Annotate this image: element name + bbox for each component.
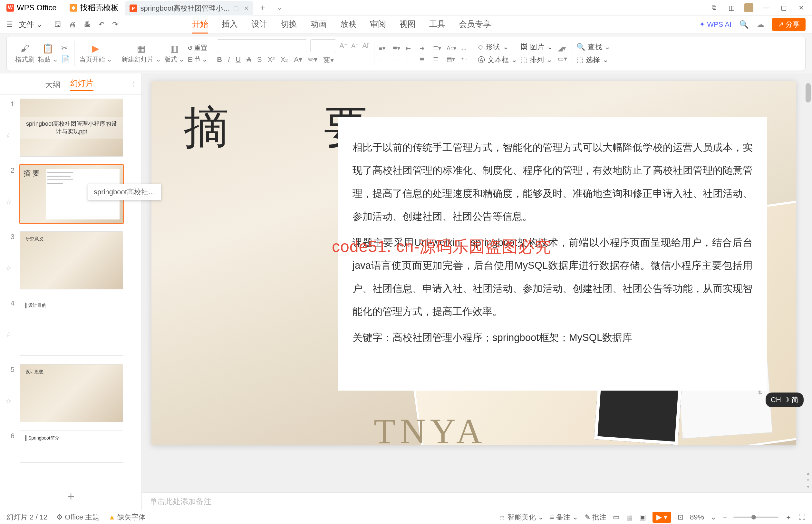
columns-icon[interactable]: ▤▾: [447, 56, 454, 62]
star-icon[interactable]: ☆: [6, 183, 14, 206]
collapse-panel-icon[interactable]: 〈: [129, 80, 135, 89]
subscript-button[interactable]: X₂: [281, 55, 288, 65]
superscript-button[interactable]: X²: [268, 55, 275, 65]
minimize-button[interactable]: —: [762, 3, 771, 12]
clear-format-icon[interactable]: Aͯ: [362, 42, 369, 50]
align-justify-icon[interactable]: ≣: [419, 56, 427, 62]
thumb-preview[interactable]: Springboot简介: [20, 430, 123, 463]
thumb-preview[interactable]: 设计思想: [20, 364, 123, 422]
nav-dots[interactable]: ▲≡▼: [805, 471, 811, 489]
tab-start[interactable]: 开始: [192, 15, 208, 33]
star-icon[interactable]: ☆: [6, 316, 14, 338]
decrease-font-icon[interactable]: A⁻: [351, 42, 359, 50]
notes-toggle[interactable]: ≡ 备注 ⌄: [550, 512, 578, 522]
zoom-out-button[interactable]: −: [723, 513, 727, 521]
convert-icon[interactable]: ⟐▾: [461, 55, 468, 61]
app-tab-wps[interactable]: W WPS Office: [0, 0, 63, 15]
zoom-slider[interactable]: [733, 517, 778, 518]
section-button[interactable]: ⊟节 ⌄: [187, 55, 208, 64]
select-button[interactable]: ⬚选择 ⌄: [577, 55, 610, 65]
ime-indicator[interactable]: CH ☽ 简: [766, 393, 803, 407]
arrange-button[interactable]: ⬚排列 ⌄: [520, 55, 552, 65]
cut-icon[interactable]: ✂: [61, 44, 70, 52]
font-size-select[interactable]: [310, 39, 336, 52]
tab-transition[interactable]: 切换: [281, 15, 297, 33]
print-icon[interactable]: 🖶: [84, 20, 91, 29]
slide-counter[interactable]: 幻灯片 2 / 12: [6, 512, 47, 522]
slide-canvas[interactable]: 采用右板 巴拉粉装、净重 洁净质净 生: 90-94 摘 要 相比于以前的传统手…: [151, 81, 796, 445]
thumbnail-4[interactable]: 4☆ 设计目的: [3, 298, 142, 356]
canvas-scroll[interactable]: ▲≡▼ 采用右板 巴拉粉装、净重 洁净质净 生: 90-94 摘 要 相比于以前…: [142, 73, 812, 492]
font-family-select[interactable]: [217, 39, 307, 52]
export-icon[interactable]: 🖨: [69, 20, 76, 29]
document-tab[interactable]: P springboot高校社团管理小… ▢ ✕: [125, 1, 253, 15]
tab-member[interactable]: 会员专享: [459, 15, 491, 33]
save-icon[interactable]: 🖫: [54, 20, 61, 29]
redo-button[interactable]: ↷: [112, 20, 118, 29]
zoom-in-button[interactable]: ＋: [785, 512, 792, 522]
thumbnail-6[interactable]: 6 Springboot简介: [3, 430, 142, 463]
align-center-icon[interactable]: ≡: [393, 56, 400, 62]
undo-button[interactable]: ↶: [99, 20, 104, 29]
format-painter-button[interactable]: 🖌格式刷: [15, 43, 34, 64]
cloud-upload-icon[interactable]: ☁: [757, 20, 764, 29]
numbering-icon[interactable]: ≣▾: [393, 45, 400, 51]
copy-icon[interactable]: 📄: [61, 55, 70, 64]
thumbnails-list[interactable]: 1☆ springboot高校社团管理小程序的设计与实现ppt 2☆ 摘 要▬▬…: [0, 95, 142, 485]
tab-review[interactable]: 审阅: [370, 15, 386, 33]
play-from-current-button[interactable]: ▶当页开始 ⌄: [79, 43, 113, 64]
paragraph-3[interactable]: 关键字：高校社团管理小程序；springboot框架；MySQL数据库: [352, 326, 753, 349]
outline-dropdown-icon[interactable]: ▭▾: [558, 55, 567, 63]
find-button[interactable]: 🔍查找 ⌄: [577, 42, 610, 52]
tab-view[interactable]: 视图: [400, 15, 416, 33]
maximize-button[interactable]: ▢: [779, 3, 788, 12]
missing-font-warning[interactable]: ▲ 缺失字体: [108, 512, 146, 522]
text-direction-icon[interactable]: A↕▾: [447, 45, 454, 51]
star-icon[interactable]: ☆: [6, 382, 14, 405]
zoom-level[interactable]: 89%: [690, 513, 704, 521]
app-tab-template[interactable]: ◆ 找稻壳模板: [63, 0, 125, 15]
multi-window-icon[interactable]: ⧉: [710, 3, 718, 12]
thumb-preview[interactable]: 研究意义: [20, 231, 123, 290]
paste-button[interactable]: 📋粘贴 ⌄: [38, 43, 58, 64]
picture-button[interactable]: 🖼图片 ⌄: [520, 42, 552, 52]
slideshow-button[interactable]: ▶ ▾: [652, 512, 671, 523]
strikethrough-button[interactable]: A: [247, 55, 251, 65]
indent-increase-icon[interactable]: ⇥: [419, 45, 427, 51]
align-right-icon[interactable]: ≡: [406, 56, 414, 62]
line-spacing-icon[interactable]: ☰▾: [433, 45, 441, 51]
thumbnail-5[interactable]: 5☆ 设计思想: [3, 364, 142, 422]
tab-slideshow[interactable]: 放映: [340, 15, 357, 33]
presenter-view-icon[interactable]: ⊡: [678, 513, 683, 521]
indent-decrease-icon[interactable]: ⇤: [406, 45, 414, 51]
thumb-preview[interactable]: 设计目的: [20, 298, 123, 356]
add-slide-button[interactable]: ＋: [0, 485, 142, 510]
new-slide-button[interactable]: ▦新建幻灯片 ⌄: [121, 43, 161, 64]
close-window-button[interactable]: ✕: [797, 3, 806, 12]
share-button[interactable]: ↗ 分享: [772, 18, 806, 31]
layout-button[interactable]: ▥版式 ⌄: [164, 43, 185, 64]
tab-menu-dropdown[interactable]: ⌄: [272, 4, 287, 11]
underline-button[interactable]: U: [235, 55, 241, 65]
shape-button[interactable]: ◇形状 ⌄: [478, 42, 517, 52]
thumbnail-3[interactable]: 3☆ 研究意义: [3, 231, 142, 290]
outline-tab[interactable]: 大纲: [45, 80, 61, 90]
normal-view-icon[interactable]: ▭: [613, 513, 620, 521]
paragraph-1[interactable]: 相比于以前的传统手工管理方式，智能化的管理方式可以大幅降低学校的运营人员成本，实…: [352, 136, 753, 228]
tab-tools[interactable]: 工具: [429, 15, 445, 33]
search-icon[interactable]: 🔍: [739, 20, 749, 29]
distribute-icon[interactable]: ☰: [433, 56, 441, 62]
theme-indicator[interactable]: ⚙ Office 主题: [56, 512, 99, 522]
italic-button[interactable]: I: [228, 55, 230, 65]
align-vertical-icon[interactable]: ⫞▾: [461, 46, 468, 52]
bullets-icon[interactable]: ≡▾: [379, 45, 387, 51]
zoom-dropdown-icon[interactable]: ⌄: [711, 513, 716, 521]
file-menu[interactable]: 文件 ⌄: [19, 19, 43, 30]
wps-ai-button[interactable]: ✦ WPS AI: [699, 20, 731, 29]
vertical-scrollbar[interactable]: [806, 83, 811, 102]
thumbnail-1[interactable]: 1☆ springboot高校社团管理小程序的设计与实现ppt: [3, 99, 142, 157]
highlight-button[interactable]: ✏▾: [308, 55, 317, 65]
textbox-button[interactable]: Ⓐ文本框 ⌄: [478, 55, 517, 65]
new-tab-button[interactable]: ＋: [253, 2, 272, 13]
increase-font-icon[interactable]: A⁺: [339, 42, 348, 50]
